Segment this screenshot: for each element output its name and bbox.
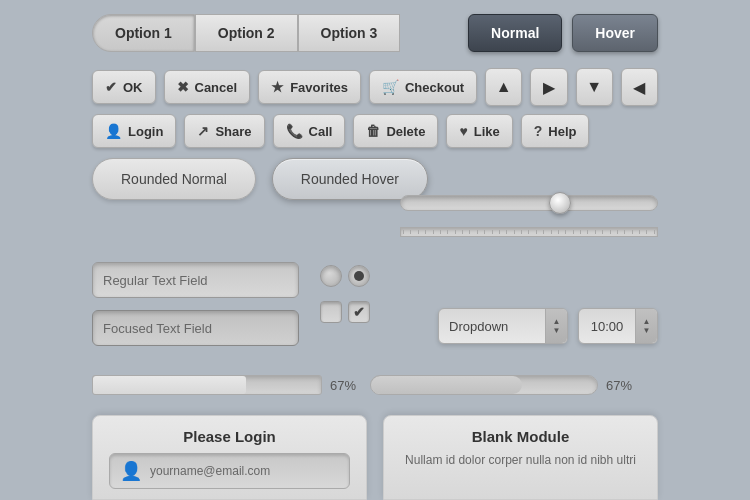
tab-option3[interactable]: Option 3: [298, 14, 401, 52]
call-button[interactable]: 📞 Call: [273, 114, 346, 148]
progress-bar-2-wrap: 67%: [370, 375, 632, 395]
normal-button[interactable]: Normal: [468, 14, 562, 52]
sliders-area: [400, 195, 658, 237]
radio-on[interactable]: [348, 265, 370, 287]
like-label: Like: [474, 124, 500, 139]
time-arrow[interactable]: ▲ ▼: [635, 309, 657, 343]
login-label: Login: [128, 124, 163, 139]
checkbox-row: ✔: [320, 301, 370, 323]
icon-buttons-row2: 👤 Login ↗ Share 📞 Call 🗑 Delete ♥ Like ?…: [0, 114, 750, 148]
ok-button[interactable]: ✔ OK: [92, 70, 156, 104]
dropdown-arrow[interactable]: ▲ ▼: [545, 309, 567, 343]
avatar-icon: 👤: [120, 460, 142, 482]
like-button[interactable]: ♥ Like: [446, 114, 512, 148]
x-icon: ✖: [177, 79, 189, 95]
cards-row: Please Login 👤 yourname@email.com Blank …: [92, 415, 658, 500]
phone-icon: 📞: [286, 123, 303, 139]
tab-option1[interactable]: Option 1: [92, 14, 195, 52]
blank-card-title: Blank Module: [400, 428, 641, 445]
dropdown-down-icon: ▼: [553, 327, 561, 335]
cart-icon: 🛒: [382, 79, 399, 95]
up-button[interactable]: ▲: [485, 68, 522, 106]
text-fields-area: Regular Text Field Focused Text Field: [92, 262, 299, 346]
progress-bar-1-wrap: 67%: [92, 375, 356, 395]
question-icon: ?: [534, 123, 543, 139]
right-arrow-icon: ▶: [543, 78, 555, 97]
up-arrow-icon: ▲: [496, 78, 512, 96]
regular-field-placeholder: Regular Text Field: [103, 273, 208, 288]
progress-fill-2: [371, 376, 522, 394]
login-card: Please Login 👤 yourname@email.com: [92, 415, 367, 500]
slider-2-track[interactable]: [400, 227, 658, 237]
progress-bar-2: [370, 375, 598, 395]
dropdown[interactable]: Dropdown ▲ ▼: [438, 308, 568, 344]
tab-option2[interactable]: Option 2: [195, 14, 298, 52]
slider-1-thumb[interactable]: [549, 192, 571, 214]
regular-text-field[interactable]: Regular Text Field: [92, 262, 299, 298]
tabs-row: Option 1 Option 2 Option 3 Normal Hover: [0, 0, 750, 64]
radio-row: [320, 265, 370, 287]
checkbox-unchecked[interactable]: [320, 301, 342, 323]
share-icon: ↗: [197, 123, 209, 139]
share-label: Share: [215, 124, 251, 139]
slider-1-track[interactable]: [400, 195, 658, 211]
dropdown-label: Dropdown: [439, 319, 545, 334]
time-value: 10:00: [579, 319, 635, 334]
progress-bar-1: [92, 375, 322, 395]
checkbox-checked[interactable]: ✔: [348, 301, 370, 323]
login-email-field: yourname@email.com: [150, 464, 270, 478]
rounded-buttons-row: Rounded Normal Rounded Hover: [0, 158, 750, 200]
favorites-label: Favorites: [290, 80, 348, 95]
hover-button[interactable]: Hover: [572, 14, 658, 52]
slider-2-marks: [401, 228, 657, 236]
dropdown-up-icon: ▲: [553, 318, 561, 326]
cancel-button[interactable]: ✖ Cancel: [164, 70, 251, 104]
right-button[interactable]: ▶: [530, 68, 567, 106]
call-label: Call: [309, 124, 333, 139]
ok-label: OK: [123, 80, 143, 95]
login-card-title: Please Login: [109, 428, 350, 445]
blank-card: Blank Module Nullam id dolor corper null…: [383, 415, 658, 500]
favorites-button[interactable]: ★ Favorites: [258, 70, 361, 104]
focused-text-field[interactable]: Focused Text Field: [92, 310, 299, 346]
progress-label-1: 67%: [330, 378, 356, 393]
state-buttons: Normal Hover: [468, 14, 658, 52]
time-down-icon: ▼: [643, 327, 651, 335]
rounded-normal-button[interactable]: Rounded Normal: [92, 158, 256, 200]
radio-off[interactable]: [320, 265, 342, 287]
back-arrow-icon: ◀: [633, 78, 645, 97]
heart-icon: ♥: [459, 123, 467, 139]
time-input[interactable]: 10:00 ▲ ▼: [578, 308, 658, 344]
help-label: Help: [548, 124, 576, 139]
checkout-button[interactable]: 🛒 Checkout: [369, 70, 477, 104]
down-arrow-icon: ▼: [586, 78, 602, 96]
login-button[interactable]: 👤 Login: [92, 114, 176, 148]
check-icon: ✔: [105, 79, 117, 95]
time-up-icon: ▲: [643, 318, 651, 326]
delete-button[interactable]: 🗑 Delete: [353, 114, 438, 148]
progress-label-2: 67%: [606, 378, 632, 393]
share-button[interactable]: ↗ Share: [184, 114, 264, 148]
help-button[interactable]: ? Help: [521, 114, 590, 148]
blank-card-content: Nullam id dolor corper nulla non id nibh…: [400, 453, 641, 467]
icon-buttons-row1: ✔ OK ✖ Cancel ★ Favorites 🛒 Checkout ▲ ▶…: [0, 68, 750, 106]
delete-label: Delete: [386, 124, 425, 139]
dropdown-area: Dropdown ▲ ▼ 10:00 ▲ ▼: [438, 308, 658, 344]
trash-icon: 🗑: [366, 123, 380, 139]
focused-field-placeholder: Focused Text Field: [103, 321, 212, 336]
user-icon: 👤: [105, 123, 122, 139]
rounded-hover-button[interactable]: Rounded Hover: [272, 158, 428, 200]
radio-check-area: ✔: [320, 265, 370, 323]
cancel-label: Cancel: [195, 80, 238, 95]
star-icon: ★: [271, 79, 284, 95]
progress-bars-area: 67% 67%: [92, 375, 658, 395]
down-button[interactable]: ▼: [576, 68, 613, 106]
progress-fill-1: [93, 376, 246, 394]
checkout-label: Checkout: [405, 80, 464, 95]
back-button[interactable]: ◀: [621, 68, 658, 106]
login-email-row[interactable]: 👤 yourname@email.com: [109, 453, 350, 489]
